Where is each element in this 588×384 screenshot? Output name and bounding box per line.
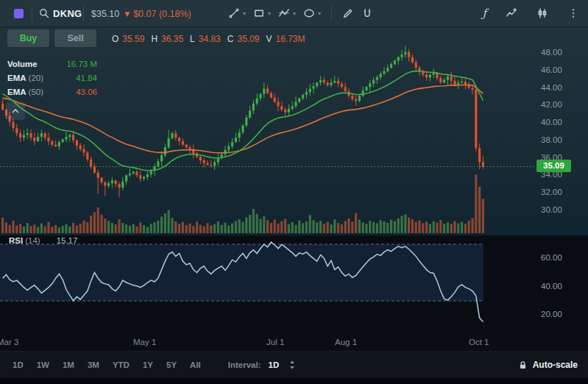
ohlc-field-value: 35.59 — [122, 34, 144, 44]
price-axis-label: 48.00 — [541, 48, 585, 58]
search-icon[interactable] — [38, 7, 50, 19]
interval-label: Interval: — [228, 360, 261, 369]
legend-value: 43.06 — [76, 88, 97, 96]
trading-app-window: DKNG $35.10 ▼ $0.07 (0.18%) ▾▾▾▾ ƒ Buy S… — [0, 0, 588, 384]
chart-action-toolbar: ƒ — [481, 0, 581, 26]
chart-type-icon — [536, 7, 548, 19]
time-axis[interactable]: Mar 3May 1Jul 1Aug 1Oct 1 — [0, 335, 588, 351]
app-logo[interactable] — [14, 9, 24, 18]
rsi-label: RSI — [9, 236, 23, 245]
ohlc-field-value: 16.73M — [276, 34, 305, 44]
drawing-toolbar: ▾▾▾▾ — [224, 0, 377, 26]
range-button-1y[interactable]: 1Y — [136, 356, 160, 374]
magnet-tool-button[interactable] — [358, 0, 377, 26]
legend-value: 16.73 M — [66, 60, 97, 68]
price-axis-label: 30.00 — [541, 205, 585, 216]
indicator-legend: Volume16.73 MEMA(20)41.84EMA(50)43.06 — [7, 57, 97, 99]
range-selector: 1D1W1M3MYTD1Y5YAll — [6, 356, 208, 374]
rsi-axis-label: 20.00 — [541, 310, 585, 320]
ellipse-icon — [303, 7, 315, 19]
chart-area: Buy Sell O35.59H36.35L34.83C35.09V16.73M… — [0, 27, 588, 335]
ellipse-tool-button[interactable]: ▾ — [300, 0, 325, 26]
more-menu-tool-button[interactable] — [566, 0, 581, 26]
rsi-axis-label: 40.00 — [541, 282, 585, 292]
price-axis-label: 42.00 — [541, 100, 585, 110]
collapse-panel-button[interactable] — [6, 102, 25, 120]
time-axis-label: Oct 1 — [469, 338, 489, 346]
rsi-value: 15.17 — [57, 236, 78, 245]
legend-row[interactable]: EMA(50)43.06 — [7, 85, 97, 99]
trend-line-icon — [228, 7, 240, 19]
volume-series — [1, 174, 484, 233]
down-triangle-icon: ▼ — [124, 10, 130, 18]
interval-control[interactable]: Interval: 1D — [228, 359, 297, 371]
range-button-1d[interactable]: 1D — [6, 356, 30, 374]
top-toolbar: DKNG $35.10 ▼ $0.07 (0.18%) ▾▾▾▾ ƒ — [0, 0, 588, 27]
chevron-down-icon[interactable]: ▾ — [243, 10, 246, 17]
range-button-3m[interactable]: 3M — [81, 356, 106, 374]
chevron-up-icon — [10, 106, 21, 116]
time-axis-label: May 1 — [133, 338, 156, 346]
range-button-ytd[interactable]: YTD — [106, 356, 136, 374]
sell-button[interactable]: Sell — [54, 29, 96, 47]
ohlc-field-label: H — [151, 34, 157, 44]
interval-value[interactable]: 1D — [269, 360, 280, 369]
range-button-5y[interactable]: 5Y — [160, 356, 183, 374]
pattern-tool-button[interactable]: ▾ — [274, 0, 300, 26]
compare-icon — [506, 7, 517, 19]
rsi-band — [0, 244, 483, 301]
current-price-badge: 35.09 — [536, 160, 571, 172]
interval-stepper-icon[interactable] — [288, 359, 297, 371]
chevron-down-icon[interactable]: ▾ — [293, 10, 296, 17]
chevron-down-icon[interactable]: ▾ — [268, 10, 271, 17]
buy-button[interactable]: Buy — [7, 29, 49, 47]
legend-label: Volume — [7, 60, 38, 68]
legend-row[interactable]: EMA(20)41.84 — [7, 71, 97, 85]
ohlc-field-label: V — [266, 34, 272, 44]
ohlc-readout: O35.59H36.35L34.83C35.09V16.73M — [109, 34, 305, 44]
indicators-tool-button[interactable]: ƒ — [481, 0, 488, 26]
legend-label: EMA — [7, 74, 26, 82]
chevron-down-icon[interactable]: ▾ — [318, 10, 321, 17]
legend-param: (20) — [29, 74, 43, 82]
rectangle-icon — [253, 7, 265, 19]
rectangle-tool-button[interactable]: ▾ — [249, 0, 274, 26]
window-bottom-edge — [0, 378, 588, 384]
ohlc-field-value: 34.83 — [199, 34, 221, 44]
price-change: $0.07 (0.18%) — [133, 9, 191, 19]
time-axis-label: Aug 1 — [335, 338, 357, 346]
price-axis-label: 46.00 — [541, 65, 585, 76]
trade-buttons: Buy Sell — [7, 29, 96, 47]
range-button-all[interactable]: All — [183, 356, 208, 374]
price-axis-label: 38.00 — [541, 135, 585, 146]
ohlc-field-label: O — [112, 34, 118, 44]
auto-scale-label: Auto-scale — [533, 360, 578, 370]
ohlc-field-label: L — [190, 34, 195, 44]
legend-param: (50) — [29, 88, 43, 96]
range-button-1w[interactable]: 1W — [30, 356, 56, 374]
magnet-icon — [361, 7, 373, 19]
pencil-icon — [342, 7, 354, 19]
price-axis-label: 44.00 — [541, 83, 585, 93]
rsi-axis-label: 60.00 — [541, 253, 585, 263]
more-menu-icon — [567, 7, 579, 19]
quote-summary: $35.10 ▼ $0.07 (0.18%) — [91, 9, 191, 19]
symbol-ticker[interactable]: DKNG — [53, 8, 82, 19]
auto-scale-toggle[interactable]: Auto-scale — [518, 360, 578, 370]
lock-icon — [518, 360, 528, 370]
divider — [331, 6, 332, 21]
rsi-period: (14) — [25, 236, 40, 245]
range-button-1m[interactable]: 1M — [56, 356, 81, 374]
pencil-tool-button[interactable] — [339, 0, 358, 26]
legend-row[interactable]: Volume16.73 M — [7, 57, 97, 71]
legend-value: 41.84 — [76, 74, 97, 82]
chart-type-tool-button[interactable] — [535, 0, 550, 26]
trend-line-tool-button[interactable]: ▾ — [224, 0, 249, 26]
ohlc-field-value: 35.09 — [237, 34, 259, 44]
ohlc-field-label: C — [227, 34, 234, 44]
indicators-icon: ƒ — [482, 7, 486, 20]
compare-tool-button[interactable] — [504, 0, 519, 26]
pattern-icon — [278, 7, 290, 19]
last-price: $35.10 — [91, 9, 119, 19]
rsi-legend[interactable]: RSI (14) 15.17 — [9, 236, 77, 245]
